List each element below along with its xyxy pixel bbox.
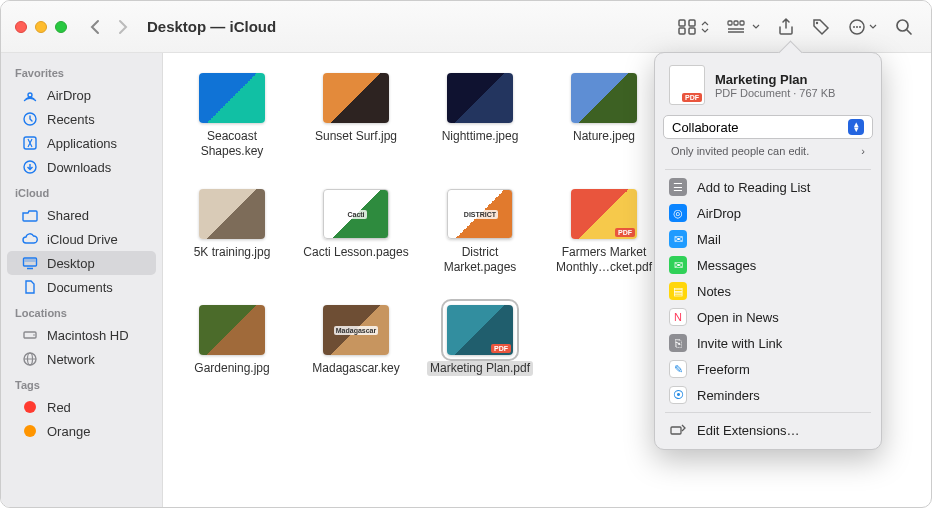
- share-target-invite-with-link[interactable]: ⎘Invite with Link: [655, 330, 881, 356]
- view-mode-button[interactable]: [678, 19, 709, 35]
- share-target-mail[interactable]: ✉Mail: [655, 226, 881, 252]
- sidebar-item-macintosh-hd[interactable]: Macintosh HD: [7, 323, 156, 347]
- share-target-freeform[interactable]: ✎Freeform: [655, 356, 881, 382]
- file-item[interactable]: Nighttime.jpeg: [421, 73, 539, 159]
- desktop-icon: [21, 254, 39, 272]
- svg-rect-5: [734, 21, 738, 25]
- file-item[interactable]: MadagascarMadagascar.key: [297, 305, 415, 376]
- file-name: District Market.pages: [425, 245, 535, 275]
- edit-extensions-label: Edit Extensions…: [697, 423, 800, 438]
- sidebar-item-recents[interactable]: Recents: [7, 107, 156, 131]
- share-target-add-to-reading-list[interactable]: ☰Add to Reading List: [655, 174, 881, 200]
- pdf-badge-icon: PDF: [682, 93, 702, 102]
- more-button[interactable]: [848, 18, 877, 36]
- file-thumbnail: PDF: [447, 305, 513, 355]
- file-item[interactable]: PDFMarketing Plan.pdf: [421, 305, 539, 376]
- sidebar-item-label: Applications: [47, 136, 117, 151]
- collaborate-select[interactable]: Collaborate ▴▾: [663, 115, 873, 139]
- share-header: PDF Marketing Plan PDF Document · 767 KB: [655, 53, 881, 115]
- close-button[interactable]: [15, 21, 27, 33]
- file-item[interactable]: Gardening.jpg: [173, 305, 291, 376]
- file-name: 5K training.jpg: [194, 245, 271, 260]
- nav-forward-button[interactable]: [109, 15, 137, 39]
- share-target-label: Reminders: [697, 388, 760, 403]
- svg-rect-1: [689, 20, 695, 26]
- svg-rect-0: [679, 20, 685, 26]
- share-target-messages[interactable]: ✉Messages: [655, 252, 881, 278]
- sidebar-item-shared[interactable]: Shared: [7, 203, 156, 227]
- sidebar-item-documents[interactable]: Documents: [7, 275, 156, 299]
- sidebar-section-header: iCloud: [1, 179, 162, 203]
- share-app-icon: ☰: [669, 178, 687, 196]
- permission-row[interactable]: Only invited people can edit. ›: [655, 139, 881, 165]
- file-item[interactable]: Sunset Surf.jpg: [297, 73, 415, 159]
- share-target-label: Add to Reading List: [697, 180, 810, 195]
- sidebar-item-network[interactable]: Network: [7, 347, 156, 371]
- sidebar-item-downloads[interactable]: Downloads: [7, 155, 156, 179]
- share-button[interactable]: [778, 18, 794, 36]
- cloud-icon: [21, 230, 39, 248]
- file-item[interactable]: CactiCacti Lesson.pages: [297, 189, 415, 275]
- share-app-icon: ✉: [669, 256, 687, 274]
- search-button[interactable]: [895, 18, 913, 36]
- file-thumbnail: [199, 73, 265, 123]
- sidebar-item-label: Downloads: [47, 160, 111, 175]
- window-title: Desktop — iCloud: [137, 18, 276, 35]
- sidebar-section-header: Locations: [1, 299, 162, 323]
- file-item[interactable]: Seacoast Shapes.key: [173, 73, 291, 159]
- tag-icon: [21, 422, 39, 440]
- share-target-label: Open in News: [697, 310, 779, 325]
- svg-point-24: [33, 334, 35, 336]
- svg-rect-28: [671, 427, 681, 434]
- sidebar-item-label: Macintosh HD: [47, 328, 129, 343]
- file-thumbnail: [571, 73, 637, 123]
- group-button[interactable]: [727, 19, 760, 35]
- sidebar-item-label: Red: [47, 400, 71, 415]
- file-name: Marketing Plan.pdf: [427, 361, 533, 376]
- sidebar-item-label: Recents: [47, 112, 95, 127]
- share-app-icon: ◎: [669, 204, 687, 222]
- sidebar-item-orange[interactable]: Orange: [7, 419, 156, 443]
- tag-icon: [21, 398, 39, 416]
- file-thumbnail: DISTRICT: [447, 189, 513, 239]
- sidebar-item-label: Documents: [47, 280, 113, 295]
- share-target-airdrop[interactable]: ◎AirDrop: [655, 200, 881, 226]
- collaborate-label: Collaborate: [672, 120, 739, 135]
- svg-point-13: [859, 26, 861, 28]
- pdf-badge-icon: PDF: [491, 344, 511, 353]
- edit-extensions-item[interactable]: Edit Extensions…: [655, 417, 881, 443]
- file-name: Nature.jpeg: [573, 129, 635, 144]
- file-item[interactable]: Nature.jpeg: [545, 73, 663, 159]
- divider: [665, 412, 871, 413]
- nav-back-button[interactable]: [81, 15, 109, 39]
- share-target-reminders[interactable]: ⦿Reminders: [655, 382, 881, 408]
- sidebar: FavoritesAirDropRecentsApplicationsDownl…: [1, 53, 163, 507]
- traffic-lights: [1, 21, 81, 33]
- sidebar-item-applications[interactable]: Applications: [7, 131, 156, 155]
- share-app-icon: ✉: [669, 230, 687, 248]
- permission-text: Only invited people can edit.: [671, 145, 809, 157]
- sidebar-item-label: iCloud Drive: [47, 232, 118, 247]
- minimize-button[interactable]: [35, 21, 47, 33]
- svg-rect-2: [679, 28, 685, 34]
- share-app-icon: N: [669, 308, 687, 326]
- file-item[interactable]: PDFFarmers Market Monthly…cket.pdf: [545, 189, 663, 275]
- sidebar-item-icloud-drive[interactable]: iCloud Drive: [7, 227, 156, 251]
- share-target-open-in-news[interactable]: NOpen in News: [655, 304, 881, 330]
- tags-button[interactable]: [812, 18, 830, 36]
- sidebar-section-header: Favorites: [1, 59, 162, 83]
- sidebar-item-red[interactable]: Red: [7, 395, 156, 419]
- divider: [665, 169, 871, 170]
- file-item[interactable]: DISTRICTDistrict Market.pages: [421, 189, 539, 275]
- file-name: Cacti Lesson.pages: [303, 245, 408, 260]
- share-app-icon: ▤: [669, 282, 687, 300]
- file-item[interactable]: 5K training.jpg: [173, 189, 291, 275]
- sidebar-item-desktop[interactable]: Desktop: [7, 251, 156, 275]
- share-target-notes[interactable]: ▤Notes: [655, 278, 881, 304]
- sidebar-item-label: Orange: [47, 424, 90, 439]
- shared-icon: [21, 206, 39, 224]
- svg-rect-21: [25, 259, 36, 262]
- maximize-button[interactable]: [55, 21, 67, 33]
- share-app-icon: ⦿: [669, 386, 687, 404]
- sidebar-item-airdrop[interactable]: AirDrop: [7, 83, 156, 107]
